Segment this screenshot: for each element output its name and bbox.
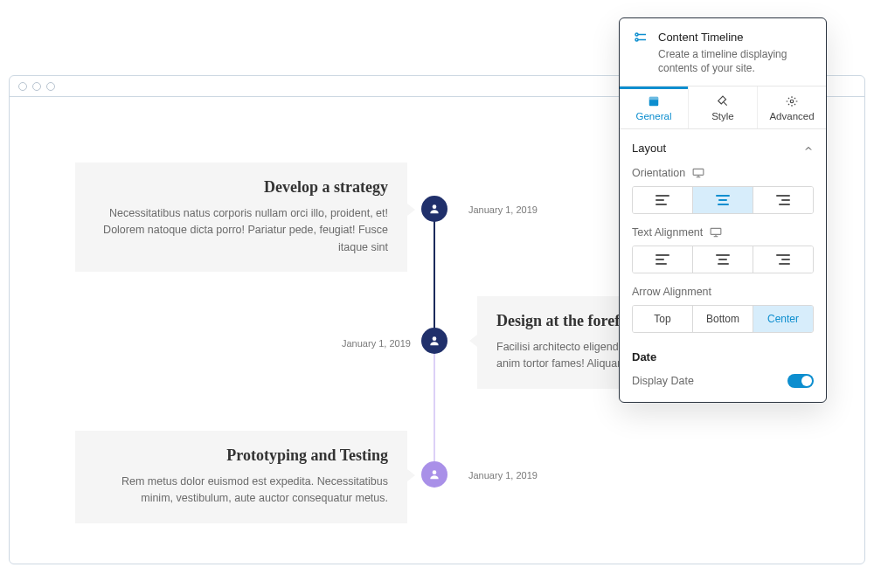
svg-point-1 — [433, 336, 437, 341]
tab-label: Style — [711, 111, 734, 121]
arrow-align-bottom[interactable]: Bottom — [692, 306, 753, 332]
section-title: Layout — [632, 142, 666, 155]
svg-rect-8 — [649, 97, 659, 100]
timeline-date: January 1, 2019 — [342, 338, 411, 349]
panel-title: Content Timeline — [658, 31, 814, 44]
text-align-segmented — [632, 246, 814, 273]
timeline-card-arrow — [469, 335, 477, 347]
tab-advanced[interactable]: Advanced — [757, 86, 826, 128]
text-align-left[interactable] — [633, 246, 692, 273]
desktop-icon[interactable] — [692, 168, 704, 178]
orientation-center[interactable] — [692, 187, 753, 213]
arrow-align-top[interactable]: Top — [633, 306, 692, 332]
timeline-card[interactable]: Develop a strategy Necessitatibus natus … — [75, 163, 407, 272]
arrow-align-center[interactable]: Center — [753, 306, 813, 332]
timeline-card-arrow — [407, 469, 415, 481]
tab-style[interactable]: Style — [688, 86, 757, 128]
arrow-align-segmented: Top Bottom Center — [632, 305, 814, 333]
display-date-row: Display Date — [620, 374, 826, 402]
window-dot — [18, 82, 27, 91]
tab-label: General — [636, 111, 672, 121]
timeline-date: January 1, 2019 — [468, 204, 538, 215]
panel-tabs: General Style Advanced — [620, 86, 826, 129]
svg-rect-10 — [693, 169, 704, 176]
timeline-card[interactable]: Prototyping and Testing Rem metus dolor … — [75, 431, 407, 523]
timeline-card-body: Rem metus dolor euismod est expedita. Ne… — [94, 474, 388, 508]
field-label: Text Alignment — [632, 226, 703, 239]
svg-point-9 — [790, 100, 794, 104]
orientation-segmented — [632, 186, 814, 214]
svg-point-5 — [635, 38, 638, 41]
block-type-icon — [632, 31, 649, 75]
field-label: Orientation — [632, 167, 685, 179]
timeline-node-icon — [421, 461, 447, 488]
desktop-icon[interactable] — [710, 227, 722, 238]
timeline-date: January 1, 2019 — [468, 470, 538, 481]
arrow-alignment-field: Arrow Alignment Top Bottom Center — [620, 286, 826, 345]
timeline-card-title: Develop a strategy — [94, 178, 388, 197]
tab-general[interactable]: General — [620, 86, 688, 128]
panel-header: Content Timeline Create a timeline displ… — [620, 18, 826, 86]
orientation-right[interactable] — [753, 187, 813, 213]
svg-point-0 — [433, 204, 437, 209]
svg-rect-13 — [711, 229, 721, 235]
section-layout-toggle[interactable]: Layout — [620, 129, 826, 167]
timeline-node-icon — [421, 328, 447, 354]
svg-point-2 — [433, 470, 437, 474]
text-align-center[interactable] — [692, 246, 753, 273]
chevron-up-icon — [803, 143, 814, 154]
display-date-label: Display Date — [632, 375, 694, 387]
timeline-node-icon — [421, 196, 447, 222]
timeline-card-body: Necessitatibus natus corporis nullam orc… — [94, 205, 388, 256]
panel-description: Create a timeline displaying contents of… — [658, 47, 814, 75]
window-dot — [32, 82, 41, 91]
text-align-right[interactable] — [753, 246, 813, 273]
timeline-card-arrow — [407, 204, 415, 216]
svg-point-3 — [635, 33, 638, 36]
date-section-heading: Date — [620, 345, 826, 374]
window-dot — [46, 82, 55, 91]
field-label: Arrow Alignment — [632, 286, 711, 298]
tab-label: Advanced — [769, 111, 814, 121]
text-alignment-field: Text Alignment — [620, 226, 826, 286]
settings-panel: Content Timeline Create a timeline displ… — [619, 17, 827, 403]
timeline-card-title: Prototyping and Testing — [94, 446, 388, 465]
display-date-toggle[interactable] — [787, 374, 814, 388]
orientation-left[interactable] — [633, 187, 692, 213]
orientation-field: Orientation — [620, 167, 826, 226]
